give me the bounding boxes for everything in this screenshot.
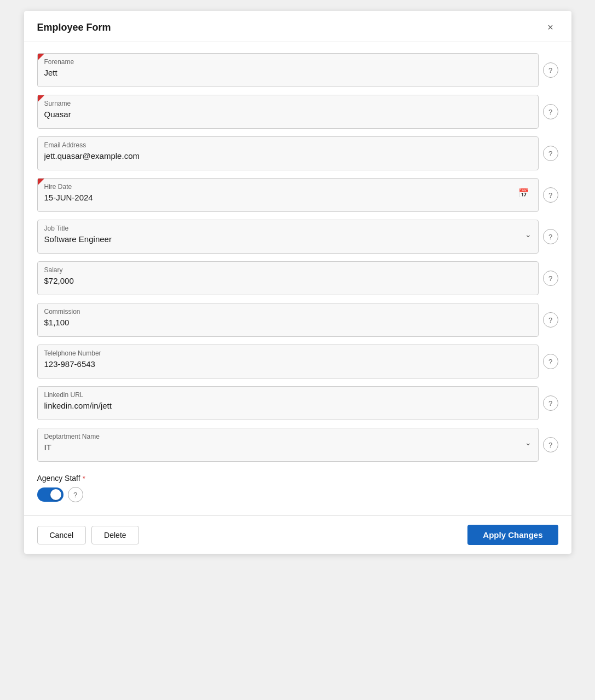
hire-date-help-button[interactable]: ? — [543, 187, 558, 203]
forename-help-button[interactable]: ? — [543, 62, 558, 78]
surname-field[interactable]: Surname Quasar — [37, 95, 539, 129]
surname-row: Surname Quasar ? — [37, 95, 558, 129]
surname-value: Quasar — [44, 110, 71, 119]
salary-value: $72,000 — [44, 276, 74, 285]
agency-staff-section: Agency Staff * ? — [37, 469, 558, 504]
forename-field[interactable]: Forename Jett — [37, 53, 539, 87]
department-label: Deptartment Name — [44, 433, 525, 440]
salary-row: Salary $72,000 ? — [37, 261, 558, 295]
telephone-value: 123-987-6543 — [44, 359, 95, 369]
linkedin-field[interactable]: Linkedin URL linkedin.com/in/jett — [37, 386, 539, 420]
calendar-icon[interactable]: 📅 — [518, 188, 529, 198]
dialog-footer: Cancel Delete Apply Changes — [24, 515, 571, 554]
hire-date-field[interactable]: Hire Date 15-JUN-2024 📅 — [37, 178, 539, 212]
department-chevron-icon[interactable]: ⌄ — [525, 438, 532, 447]
linkedin-row: Linkedin URL linkedin.com/in/jett ? — [37, 386, 558, 420]
telephone-label: Telelphone Number — [44, 349, 532, 357]
email-field[interactable]: Email Address jett.quasar@example.com — [37, 136, 539, 170]
commission-row: Commission $1,100 ? — [37, 303, 558, 337]
telephone-help-button[interactable]: ? — [543, 354, 558, 369]
job-title-row: Job Title Software Engineer ⌄ ? — [37, 220, 558, 254]
footer-left-buttons: Cancel Delete — [37, 526, 139, 544]
job-title-field[interactable]: Job Title Software Engineer ⌄ — [37, 220, 539, 254]
telephone-row: Telelphone Number 123-987-6543 ? — [37, 345, 558, 378]
hire-date-row: Hire Date 15-JUN-2024 📅 ? — [37, 178, 558, 212]
email-help-button[interactable]: ? — [543, 146, 558, 161]
commission-field[interactable]: Commission $1,100 — [37, 303, 539, 337]
linkedin-help-button[interactable]: ? — [543, 395, 558, 411]
commission-value: $1,100 — [44, 318, 70, 327]
agency-label-row: Agency Staff * — [37, 474, 558, 483]
agency-staff-label: Agency Staff — [37, 474, 80, 483]
agency-staff-required-star: * — [83, 474, 85, 483]
toggle-thumb — [50, 489, 61, 500]
department-inner: Deptartment Name IT — [44, 433, 525, 452]
salary-label: Salary — [44, 266, 532, 274]
salary-field[interactable]: Salary $72,000 — [37, 261, 539, 295]
department-field[interactable]: Deptartment Name IT ⌄ — [37, 428, 539, 462]
cancel-button[interactable]: Cancel — [37, 526, 86, 544]
hire-date-label: Hire Date — [44, 183, 518, 191]
surname-label: Surname — [44, 100, 532, 107]
salary-help-button[interactable]: ? — [543, 271, 558, 286]
linkedin-label: Linkedin URL — [44, 391, 532, 399]
commission-help-button[interactable]: ? — [543, 312, 558, 328]
email-label: Email Address — [44, 141, 532, 149]
department-row: Deptartment Name IT ⌄ ? — [37, 428, 558, 462]
job-title-help-button[interactable]: ? — [543, 229, 558, 244]
apply-changes-button[interactable]: Apply Changes — [467, 525, 558, 545]
job-title-inner: Job Title Software Engineer — [44, 225, 525, 244]
toggle-row: ? — [37, 487, 558, 502]
telephone-field[interactable]: Telelphone Number 123-987-6543 — [37, 345, 539, 378]
delete-button[interactable]: Delete — [91, 526, 138, 544]
department-help-button[interactable]: ? — [543, 437, 558, 452]
job-title-value: Software Engineer — [44, 234, 112, 244]
forename-value: Jett — [44, 68, 57, 77]
agency-staff-toggle[interactable] — [37, 487, 63, 502]
surname-help-button[interactable]: ? — [543, 104, 558, 119]
hire-date-value: 15-JUN-2024 — [44, 193, 93, 202]
dialog-title: Employee Form — [37, 22, 111, 33]
commission-label: Commission — [44, 308, 532, 315]
agency-staff-help-button[interactable]: ? — [68, 487, 83, 502]
email-value: jett.quasar@example.com — [44, 151, 140, 160]
linkedin-value: linkedin.com/in/jett — [44, 401, 112, 410]
employee-form-dialog: Employee Form × Forename Jett ? Surname … — [24, 11, 571, 554]
forename-row: Forename Jett ? — [37, 53, 558, 87]
dialog-header: Employee Form × — [24, 11, 571, 42]
job-title-chevron-icon[interactable]: ⌄ — [525, 230, 532, 239]
email-row: Email Address jett.quasar@example.com ? — [37, 136, 558, 170]
job-title-label: Job Title — [44, 225, 525, 232]
department-value: IT — [44, 443, 51, 452]
dialog-body: Forename Jett ? Surname Quasar ? Email A… — [24, 42, 571, 515]
hire-date-inner: Hire Date 15-JUN-2024 — [44, 183, 518, 203]
close-button[interactable]: × — [543, 20, 558, 35]
toggle-track — [37, 487, 63, 502]
forename-label: Forename — [44, 58, 532, 66]
